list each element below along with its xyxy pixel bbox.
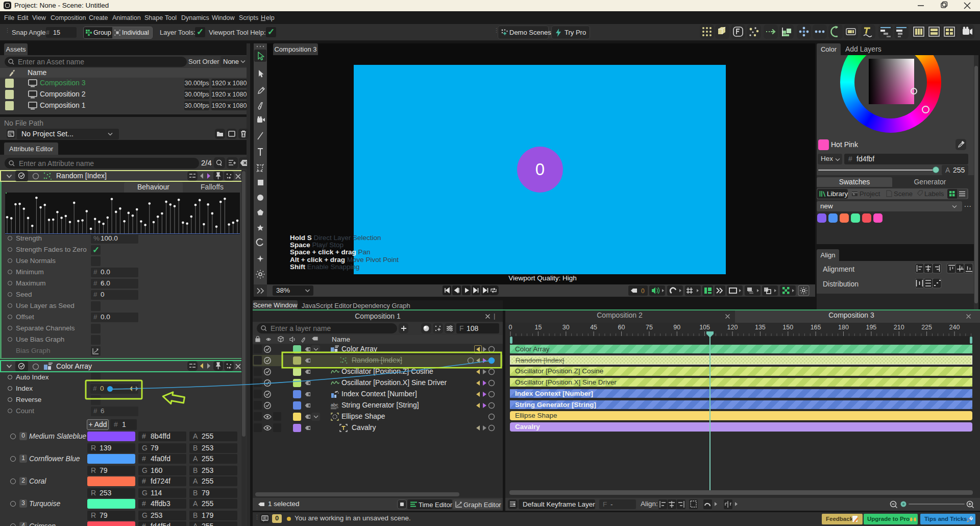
svg-text:0: 0	[509, 324, 512, 331]
svg-text:150: 150	[782, 324, 793, 331]
svg-text:195: 195	[866, 324, 876, 331]
svg-text:165: 165	[811, 324, 821, 331]
svg-text:30: 30	[562, 324, 570, 331]
svg-text:105: 105	[699, 324, 710, 331]
svg-text:135: 135	[755, 324, 766, 331]
svg-text:180: 180	[838, 324, 849, 331]
svg-text:abc: abc	[331, 402, 338, 408]
svg-text:240: 240	[949, 324, 960, 331]
svg-text:60: 60	[618, 324, 625, 331]
svg-text:0: 0	[641, 288, 645, 295]
svg-text:45: 45	[590, 324, 597, 331]
svg-text:15: 15	[534, 324, 542, 331]
svg-text:90: 90	[673, 324, 680, 331]
svg-text:225: 225	[921, 324, 932, 331]
svg-text:120: 120	[727, 324, 738, 331]
svg-text:75: 75	[646, 324, 653, 331]
svg-text:210: 210	[894, 324, 904, 331]
